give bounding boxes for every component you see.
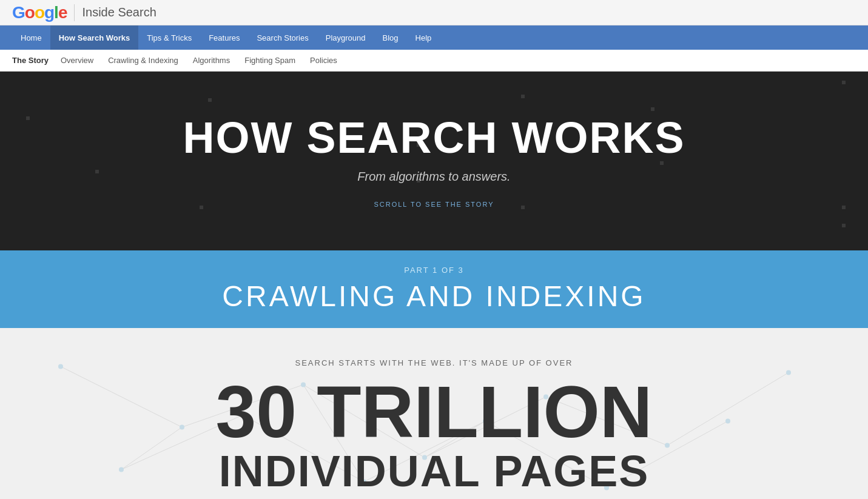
logo-letter-o1: o [25,3,35,22]
hero-dot [842,81,846,84]
hero-dot [95,170,99,173]
hero-dot [26,116,30,120]
logo-letter-e: e [58,3,67,22]
nav-item-search-stories[interactable]: Search Stories [248,25,317,50]
trillion-number: 30 TRILLION [215,377,652,446]
hero-title: HOW SEARCH WORKS [183,114,685,162]
svg-line-0 [61,367,182,427]
svg-point-20 [119,467,124,472]
part-title: CRAWLING AND INDEXING [222,280,645,313]
site-title: Inside Search [82,5,156,19]
hero-dot [651,107,654,111]
header: Google Inside Search [0,0,868,25]
individual-pages-text: INDIVIDUAL PAGES [215,446,652,496]
svg-line-11 [121,427,182,470]
scroll-cta[interactable]: SCROLL TO SEE THE STORY [183,201,685,208]
main-nav: Home How Search Works Tips & Tricks Feat… [0,25,868,50]
sub-nav-algorithms[interactable]: Algorithms [186,50,237,72]
sub-nav: The Story Overview Crawling & Indexing A… [0,50,868,72]
nav-item-home[interactable]: Home [12,25,50,50]
svg-point-19 [665,443,670,448]
nav-item-blog[interactable]: Blog [374,25,407,50]
header-divider [74,4,75,21]
sub-nav-fighting-spam[interactable]: Fighting Spam [237,50,303,72]
svg-point-25 [725,419,730,424]
sub-nav-policies[interactable]: Policies [303,50,345,72]
search-starts-text: SEARCH STARTS WITH THE WEB. IT'S MADE UP… [215,358,652,367]
part-label: PART 1 OF 3 [404,266,464,275]
svg-point-14 [58,364,63,369]
svg-point-15 [180,425,184,430]
hero-content: HOW SEARCH WORKS From algorithms to answ… [183,114,685,207]
svg-line-5 [667,373,789,446]
sub-nav-overview[interactable]: Overview [53,50,101,72]
logo-letter-l: l [54,3,58,22]
hero-section: HOW SEARCH WORKS From algorithms to answ… [0,72,868,250]
hero-dot [521,95,525,98]
nav-item-help[interactable]: Help [407,25,440,50]
blue-part-section: PART 1 OF 3 CRAWLING AND INDEXING [0,250,868,328]
logo-letter-g: G [12,3,25,22]
content-section: SEARCH STARTS WITH THE WEB. IT'S MADE UP… [0,328,868,499]
hero-subtitle: From algorithms to answers. [183,170,685,184]
sub-nav-label: The Story [12,56,53,65]
hero-dot [842,206,846,209]
logo-letter-o2: o [35,3,44,22]
google-logo: Google [12,3,67,22]
nav-item-tips-tricks[interactable]: Tips & Tricks [138,25,200,50]
nav-item-features[interactable]: Features [200,25,248,50]
sub-nav-crawling-indexing[interactable]: Crawling & Indexing [101,50,186,72]
svg-point-26 [786,370,791,375]
logo-letter-g2: g [44,3,54,22]
nav-item-how-search-works[interactable]: How Search Works [50,25,139,50]
hero-dot [208,98,212,102]
content-inner: SEARCH STARTS WITH THE WEB. IT'S MADE UP… [215,358,652,496]
nav-item-playground[interactable]: Playground [317,25,374,50]
hero-dot [842,224,846,227]
